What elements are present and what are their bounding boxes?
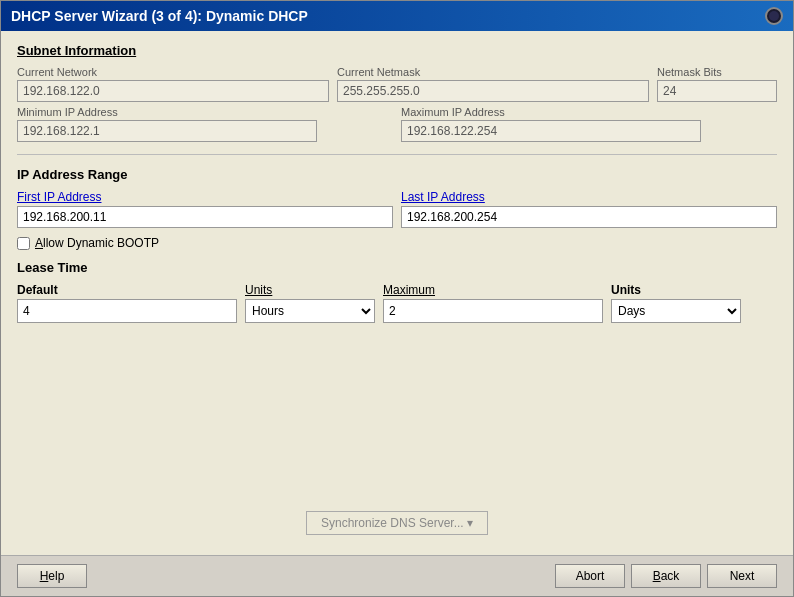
first-ip-input[interactable] xyxy=(17,206,393,228)
netmask-bits-group: Netmask Bits xyxy=(657,66,777,102)
units-select[interactable]: Hours Minutes Days xyxy=(245,299,375,323)
ip-range-section: IP Address Range First IP Address Last I… xyxy=(17,167,777,250)
lease-row: Default Units Hours Minutes Days Maximum xyxy=(17,283,777,323)
ip-range-label: IP Address Range xyxy=(17,167,777,182)
max-ip-label: Maximum IP Address xyxy=(401,106,777,118)
last-ip-input[interactable] xyxy=(401,206,777,228)
min-ip-label: Minimum IP Address xyxy=(17,106,393,118)
wizard-window: DHCP Server Wizard (3 of 4): Dynamic DHC… xyxy=(0,0,794,597)
current-network-group: Current Network xyxy=(17,66,329,102)
max-ip-group: Maximum IP Address xyxy=(401,106,777,142)
sync-dns-button[interactable]: Synchronize DNS Server... ▾ xyxy=(306,511,488,535)
divider-1 xyxy=(17,154,777,155)
help-button[interactable]: Help xyxy=(17,564,87,588)
title-bar: DHCP Server Wizard (3 of 4): Dynamic DHC… xyxy=(1,1,793,31)
footer: Help Abort Back Next xyxy=(1,555,793,596)
first-ip-label: First IP Address xyxy=(17,190,393,204)
default-group: Default xyxy=(17,283,237,323)
first-ip-group: First IP Address xyxy=(17,190,393,228)
default-label: Default xyxy=(17,283,237,297)
maximum-value-input[interactable] xyxy=(383,299,603,323)
max-units-label: Units xyxy=(611,283,741,297)
footer-left: Help xyxy=(17,564,87,588)
units-label: Units xyxy=(245,283,375,297)
ip-range-row: First IP Address Last IP Address xyxy=(17,190,777,228)
current-network-input[interactable] xyxy=(17,80,329,102)
maximum-label: Maximum xyxy=(383,283,603,297)
footer-right: Abort Back Next xyxy=(555,564,777,588)
last-ip-group: Last IP Address xyxy=(401,190,777,228)
allow-bootp-checkbox[interactable] xyxy=(17,237,30,250)
subnet-section: Subnet Information Current Network Curre… xyxy=(17,43,777,142)
netmask-bits-label: Netmask Bits xyxy=(657,66,777,78)
abort-button[interactable]: Abort xyxy=(555,564,625,588)
sync-area: Synchronize DNS Server... ▾ xyxy=(17,333,777,543)
current-network-label: Current Network xyxy=(17,66,329,78)
units-group: Units Hours Minutes Days xyxy=(245,283,375,323)
window-title: DHCP Server Wizard (3 of 4): Dynamic DHC… xyxy=(11,8,308,24)
min-ip-group: Minimum IP Address xyxy=(17,106,393,142)
bootp-label: Allow Dynamic BOOTP xyxy=(35,236,159,250)
bootp-row: Allow Dynamic BOOTP xyxy=(17,236,777,250)
lease-label: Lease Time xyxy=(17,260,777,275)
subnet-label: Subnet Information xyxy=(17,43,777,58)
subnet-row-1: Current Network Current Netmask Netmask … xyxy=(17,66,777,102)
last-ip-label: Last IP Address xyxy=(401,190,777,204)
main-content: Subnet Information Current Network Curre… xyxy=(1,31,793,555)
maximum-group: Maximum xyxy=(383,283,603,323)
min-ip-input[interactable] xyxy=(17,120,317,142)
window-icon xyxy=(765,7,783,25)
lease-section: Lease Time Default Units Hours Minutes D… xyxy=(17,260,777,323)
current-netmask-label: Current Netmask xyxy=(337,66,649,78)
back-button[interactable]: Back xyxy=(631,564,701,588)
default-value-input[interactable] xyxy=(17,299,237,323)
max-ip-input[interactable] xyxy=(401,120,701,142)
current-netmask-group: Current Netmask xyxy=(337,66,649,102)
netmask-bits-input[interactable] xyxy=(657,80,777,102)
max-units-group: Units Days Hours Minutes xyxy=(611,283,741,323)
subnet-row-2: Minimum IP Address Maximum IP Address xyxy=(17,106,777,142)
max-units-select[interactable]: Days Hours Minutes xyxy=(611,299,741,323)
next-button[interactable]: Next xyxy=(707,564,777,588)
current-netmask-input[interactable] xyxy=(337,80,649,102)
